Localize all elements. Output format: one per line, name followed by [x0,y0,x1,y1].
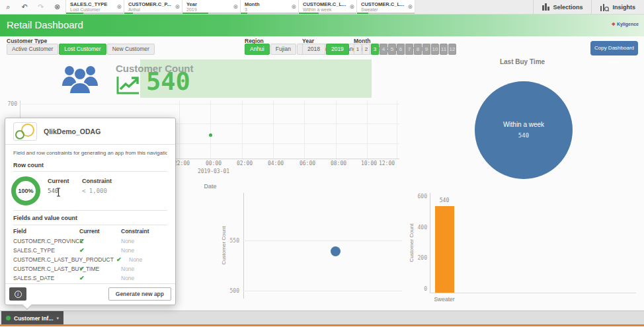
fields-heading: Fields and value count [13,210,167,225]
odag-dialog: QlikDemo_ODAG Field and row constraints … [5,118,176,305]
filter-month-option-4[interactable]: 4 [380,44,387,55]
bar-value-label: 540 [440,198,449,203]
filter-customer-type-option-lost-customer[interactable]: Lost Customer [59,44,106,55]
line-chart-x-axis-title: Date [204,183,216,190]
customers-group-icon [61,62,99,98]
selection-chip[interactable]: CUSTOMER.C_P...Anhui⊗ [124,0,182,14]
selections-icon [542,3,549,11]
scatter-data-point[interactable] [331,246,341,256]
selection-chip[interactable]: CUSTOMER.C_L...Sweater⊗ [357,0,415,14]
filter-month-option-12[interactable]: 12 [448,44,456,55]
filter-month-option-6[interactable]: 6 [397,44,405,55]
chip-progress-bar [182,13,240,14]
bar-data-point[interactable] [435,206,454,293]
line-chart-gridline [367,100,368,159]
chip-progress-bar [299,13,356,14]
field-name: SALES.S_DATE [13,275,79,281]
app-header: Retail Dashboard ❖ Kyligence [0,15,644,36]
chip-close-icon[interactable]: ⊗ [291,3,296,10]
chip-progress-bar [241,13,298,14]
selection-chip[interactable]: SALES.C_TYPELost Customer⊗ [66,0,124,14]
line-chart-x-tick: 06:00 [300,161,315,166]
scatter-y-axis-title: Customer Count [221,223,227,269]
fields-table-row: SALES.C_TYPE✔None [13,246,167,255]
filter-month-option-8[interactable]: 8 [414,44,422,55]
pie-slice[interactable]: Within a week 540 [475,81,573,179]
chip-title: CUSTOMER.C_L... [303,1,347,7]
sheet-tab-customer-info[interactable]: Customer Inf... ▾ [1,311,63,325]
kpi-value: 540 [146,67,190,96]
bar-y-axis [430,193,430,293]
line-chart-date-label: 2019-03-01 [198,168,229,174]
filter-month-option-11[interactable]: 11 [440,44,448,55]
fields-table-row: CUSTOMER.C_LAST_BUY_PRODUCT✔None [13,255,167,264]
redo-icon[interactable]: ↷ [33,3,50,11]
odag-description: Field and row constraints for generating… [13,150,167,156]
filter-customer-type-option-active-customer[interactable]: Active Customer [7,44,58,55]
row-count-constraint-value: < 1,000 [82,188,107,194]
filter-customer-type-option-new-customer[interactable]: New Customer [107,44,155,55]
fields-table-row: CUSTOMER.C_PROVINCE✔None [13,236,167,246]
filter-month-option-2[interactable]: 2 [362,44,370,55]
chip-title: CUSTOMER.C_P... [128,1,173,7]
filter-month-option-10[interactable]: 10 [431,44,439,55]
chip-progress-fill [357,13,368,14]
filter-month-option-1[interactable]: 1 [354,44,362,55]
chip-value: Anhui [128,7,173,12]
scatter-y-axis [243,193,244,299]
clear-selections-icon[interactable]: ⊗ [49,3,65,11]
chip-value: 2019 [186,7,231,12]
insights-button[interactable]: Insights [591,0,644,14]
chip-progress-bar [357,13,415,14]
filter-month-option-3[interactable]: 3 [371,44,379,55]
bar-x-axis [430,293,636,293]
line-chart-x-tick: 22:00 [174,161,190,166]
selection-chip[interactable]: Year2019⊗ [182,0,241,14]
pie-chart-title: Last Buy Time [500,58,545,65]
fields-table: Field Current Constraint CUSTOMER.C_PROV… [13,225,167,283]
line-chart-gridline [242,100,243,159]
field-constraint: None [129,256,167,263]
odag-dialog-footer: i Generate new app [5,283,175,305]
field-constraint: None [121,238,167,244]
copy-dashboard-link-button[interactable]: Copy Dashboard Link [590,41,638,55]
undo-icon[interactable]: ↶ [17,3,33,11]
line-chart-data-point[interactable] [209,133,212,137]
trend-up-icon [116,75,140,97]
info-button[interactable]: i [9,287,26,301]
line-chart-gridline [397,100,397,159]
selection-chip[interactable]: Month3⊗ [241,0,299,14]
filter-region-option-anhui[interactable]: Anhui [245,44,270,55]
filter-customer-type-options: Active CustomerLost CustomerNew Customer [7,44,155,55]
filter-region-option-fujian[interactable]: Fujian [270,44,296,55]
line-chart-gridline [273,100,274,159]
page-title: Retail Dashboard [7,19,83,30]
selection-chips: SALES.C_TYPELost Customer⊗CUSTOMER.C_P..… [66,0,415,14]
generate-new-app-button[interactable]: Generate new app [108,287,171,301]
filter-month-option-9[interactable]: 9 [423,44,430,55]
chip-close-icon[interactable]: ⊗ [116,3,122,10]
chip-close-icon[interactable]: ⊗ [175,3,180,10]
selection-chip[interactable]: CUSTOMER.C_L...Within a week⊗ [299,0,357,14]
row-count-constraint: Constraint < 1,000 [82,178,112,194]
chip-progress-fill [182,13,208,14]
filter-month-option-7[interactable]: 7 [405,44,413,55]
sheet-tab-label: Customer Inf... [14,315,54,322]
selection-toolbar: ⌕ ↶ ↷ ⊗ SALES.C_TYPELost Customer⊗CUSTOM… [0,0,644,15]
chip-close-icon[interactable]: ⊗ [407,3,413,10]
odag-dialog-title: QlikDemo_ODAG [44,118,101,145]
chip-close-icon[interactable]: ⊗ [349,3,354,10]
chip-progress-bar [66,13,124,14]
filter-month-options: 123456789101112 [354,44,456,55]
toolbar-actions: Selections Insights [533,0,644,14]
smart-search-icon[interactable]: ⌕ [0,3,17,11]
filter-month-option-5[interactable]: 5 [388,44,396,55]
chip-close-icon[interactable]: ⊗ [233,3,238,10]
line-chart-gridline [304,100,305,159]
filter-year-option-2018[interactable]: 2018 [302,44,325,55]
chip-progress-fill [299,13,319,14]
selections-button[interactable]: Selections [533,0,591,14]
filter-year-option-2019[interactable]: 2019 [326,44,349,55]
fields-table-row: SALES.S_DATE✔None [13,273,167,283]
sheet-status-dot [6,316,11,320]
